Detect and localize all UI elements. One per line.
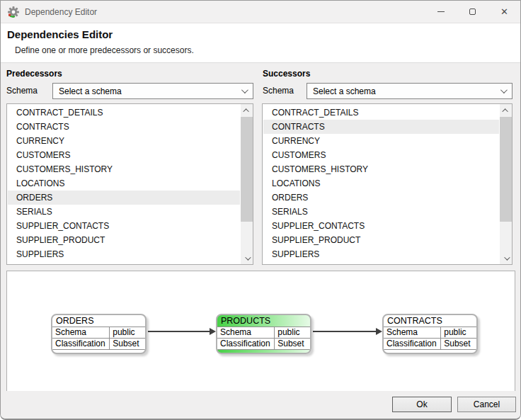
node-property-row: Schemapublic — [217, 327, 310, 339]
node-property-label: Schema — [217, 327, 275, 338]
node-property-label: Classification — [384, 339, 441, 349]
node-property-row: ClassificationSubset — [217, 339, 310, 350]
node-title: CONTRACTS — [384, 315, 476, 327]
ok-button[interactable]: Ok — [392, 397, 452, 412]
list-item[interactable]: SUPPLIER_CONTACTS — [8, 219, 240, 233]
node-property-value: Subset — [441, 339, 476, 349]
list-item[interactable]: SUPPLIER_CONTACTS — [263, 219, 499, 233]
close-button[interactable]: ✕ — [488, 1, 520, 23]
list-item[interactable]: SUPPLIER_PRODUCT — [8, 233, 240, 247]
node-property-label: Classification — [52, 339, 110, 349]
diagram-node-orders[interactable]: ORDERS SchemapublicClassificationSubset — [51, 314, 147, 354]
node-rows: SchemapublicClassificationSubset — [384, 327, 476, 350]
page-title: Dependencies Editor — [7, 28, 113, 40]
predecessors-schema-label: Schema — [6, 83, 38, 99]
node-property-value: Subset — [275, 339, 310, 349]
scroll-up-icon[interactable] — [241, 104, 253, 116]
list-item[interactable]: CUSTOMERS — [263, 148, 499, 162]
list-item[interactable]: CURRENCY — [8, 134, 240, 148]
successors-list[interactable]: CONTRACT_DETAILSCONTRACTSCURRENCYCUSTOME… — [262, 103, 513, 265]
successors-schema-select[interactable]: Select a schema — [307, 83, 513, 99]
node-title: ORDERS — [52, 315, 145, 327]
node-property-value: public — [110, 327, 145, 338]
node-property-label: Classification — [217, 339, 275, 349]
node-property-row: ClassificationSubset — [52, 339, 145, 350]
scrollbar-thumb[interactable] — [500, 117, 512, 222]
list-item[interactable]: CONTRACT_DETAILS — [8, 106, 240, 120]
node-property-value: public — [275, 327, 310, 338]
successors-label: Successors — [263, 69, 310, 79]
list-item[interactable]: SERIALS — [8, 205, 240, 219]
maximize-icon — [469, 8, 476, 15]
main-area: Predecessors Schema Select a schema CONT… — [1, 64, 520, 391]
successors-scrollbar[interactable] — [500, 104, 512, 264]
maximize-button[interactable] — [457, 1, 488, 23]
minimize-icon — [437, 11, 445, 12]
window-controls: ✕ — [425, 1, 520, 23]
arrow-orders-to-products — [148, 331, 210, 332]
list-item[interactable]: LOCATIONS — [8, 176, 240, 191]
dialog-footer: Ok Cancel — [1, 391, 520, 419]
list-item[interactable]: SUPPLIERS — [8, 247, 240, 261]
scrollbar-thumb[interactable] — [241, 117, 253, 222]
list-item[interactable]: ORDERS — [8, 191, 240, 205]
node-property-value: Subset — [110, 339, 145, 349]
list-item[interactable]: CUSTOMERS_HISTORY — [8, 162, 240, 176]
node-property-row: Schemapublic — [52, 327, 145, 339]
node-title: PRODUCTS — [217, 315, 310, 327]
title-bar: Dependency Editor ✕ — [1, 1, 520, 23]
list-item[interactable]: CURRENCY — [263, 134, 499, 148]
node-property-value: public — [441, 327, 476, 338]
node-rows: SchemapublicClassificationSubset — [52, 327, 145, 350]
list-item[interactable]: CONTRACT_DETAILS — [263, 106, 499, 120]
predecessors-list-items: CONTRACT_DETAILSCONTRACTSCURRENCYCUSTOME… — [8, 106, 240, 263]
window-title: Dependency Editor — [25, 7, 97, 17]
list-item[interactable]: CUSTOMERS — [8, 148, 240, 162]
cancel-button[interactable]: Cancel — [457, 397, 516, 412]
app-gear-icon — [8, 6, 19, 18]
dependency-diagram-panel: ORDERS SchemapublicClassificationSubset … — [6, 271, 515, 392]
node-rows: SchemapublicClassificationSubset — [217, 327, 310, 350]
list-item[interactable]: SUPPLIERS — [263, 247, 499, 261]
node-property-label: Schema — [52, 327, 110, 338]
predecessors-schema-select[interactable]: Select a schema — [52, 83, 253, 99]
successors-list-items: CONTRACT_DETAILSCONTRACTSCURRENCYCUSTOME… — [263, 106, 499, 263]
scroll-up-icon[interactable] — [500, 104, 512, 116]
close-icon: ✕ — [500, 7, 508, 16]
successors-schema-label: Schema — [263, 83, 294, 99]
scroll-down-icon[interactable] — [241, 252, 253, 264]
list-item[interactable]: CONTRACTS — [8, 120, 240, 134]
chevron-down-icon — [500, 86, 508, 93]
arrow-products-to-contracts — [313, 331, 377, 332]
list-item[interactable]: ORDERS — [263, 191, 499, 205]
predecessors-scrollbar[interactable] — [241, 104, 253, 264]
list-item[interactable]: CUSTOMERS_HISTORY — [263, 162, 499, 176]
predecessors-schema-value: Select a schema — [59, 86, 122, 96]
list-item[interactable]: CONTRACTS — [263, 120, 499, 134]
diagram-node-products[interactable]: PRODUCTS SchemapublicClassificationSubse… — [216, 314, 311, 354]
scroll-down-icon[interactable] — [500, 252, 512, 264]
successors-schema-value: Select a schema — [313, 86, 376, 96]
predecessors-list[interactable]: CONTRACT_DETAILSCONTRACTSCURRENCYCUSTOME… — [6, 103, 253, 265]
diagram-node-contracts[interactable]: CONTRACTS SchemapublicClassificationSubs… — [382, 314, 478, 354]
predecessors-label: Predecessors — [6, 69, 62, 79]
list-item[interactable]: SUPPLIER_PRODUCT — [263, 233, 499, 247]
node-property-row: Schemapublic — [384, 327, 476, 339]
dependency-editor-window: Dependency Editor ✕ Dependencies Editor … — [0, 0, 521, 420]
node-property-label: Schema — [384, 327, 441, 338]
chevron-down-icon — [241, 86, 248, 93]
list-item[interactable]: LOCATIONS — [263, 176, 499, 191]
dialog-header: Dependencies Editor Define one or more p… — [1, 23, 520, 63]
list-item[interactable]: SERIALS — [263, 205, 499, 219]
page-subtitle: Define one or more predecessors or succe… — [15, 45, 194, 55]
node-property-row: ClassificationSubset — [384, 339, 476, 350]
minimize-button[interactable] — [425, 1, 457, 23]
